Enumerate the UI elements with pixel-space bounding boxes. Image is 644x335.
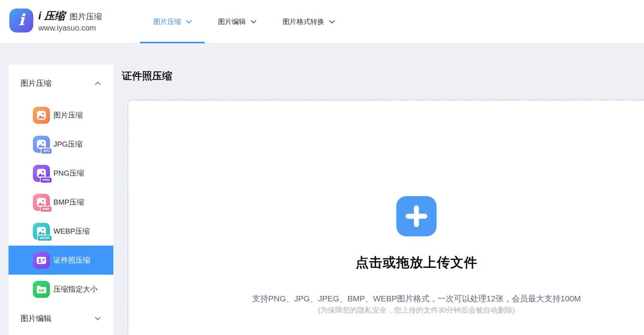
sidebar-section-image-edit[interactable]: 图片编辑	[21, 314, 101, 323]
png-badge: PNG	[40, 177, 52, 183]
sidebar-section-image-compress[interactable]: 图片压缩	[21, 79, 101, 88]
brand-text: i 压缩 图片压缩 www.iyasuo.com	[38, 9, 102, 32]
sidebar-item-label: WEBP压缩	[53, 226, 90, 236]
image-compress-icon	[33, 107, 50, 124]
nav-item-format-convert[interactable]: 图片格式转换	[269, 0, 348, 43]
upload-heading: 点击或拖放上传文件	[356, 254, 478, 271]
upload-privacy-note: (为保障您的隐私安全，您上传的文件30分钟后会被自动删除)	[318, 305, 515, 315]
nav-item-label: 图片压缩	[153, 17, 181, 26]
nav-item-image-compress[interactable]: 图片压缩	[140, 0, 205, 43]
id-photo-icon	[33, 252, 50, 269]
sidebar-item-label: PNG压缩	[53, 168, 84, 178]
section-label: 图片压缩	[21, 78, 51, 89]
chevron-down-icon	[329, 20, 335, 24]
sidebar-item-label: 图片压缩	[53, 110, 83, 120]
page-title: 证件照压缩	[122, 70, 172, 82]
sidebar: 图片压缩 图片压缩 JPG JPG压缩 PNG PNG压缩	[9, 65, 113, 335]
top-header: i i 压缩 图片压缩 www.iyasuo.com 图片压缩 图片编辑 图片格…	[0, 0, 644, 43]
sidebar-item-compress-to-size[interactable]: KB 压缩指定大小	[9, 275, 113, 304]
kb-folder-icon: KB	[33, 281, 50, 298]
jpg-compress-icon: JPG	[33, 136, 50, 153]
sidebar-item-image-compress[interactable]: 图片压缩	[9, 101, 113, 130]
sidebar-items: 图片压缩 JPG JPG压缩 PNG PNG压缩 BMP BMP压缩	[9, 101, 113, 304]
sidebar-item-webp-compress[interactable]: WEBP WEBP压缩	[9, 217, 113, 246]
jpg-badge: JPG	[41, 148, 52, 154]
logo-letter: i	[18, 12, 24, 27]
sidebar-item-label: 压缩指定大小	[53, 284, 98, 294]
sidebar-item-jpg-compress[interactable]: JPG JPG压缩	[9, 130, 113, 159]
svg-text:KB: KB	[39, 288, 44, 292]
sidebar-item-label: JPG压缩	[53, 139, 82, 149]
nav-item-label: 图片格式转换	[283, 17, 324, 26]
sidebar-item-png-compress[interactable]: PNG PNG压缩	[9, 159, 113, 188]
brand-name: i 压缩	[38, 9, 65, 23]
upload-dropzone[interactable]: 点击或拖放上传文件 支持PNG、JPG、JPEG、BMP、WEBP图片格式，一次…	[128, 100, 644, 335]
sidebar-item-label: BMP压缩	[53, 197, 84, 207]
nav-item-image-edit[interactable]: 图片编辑	[205, 0, 269, 43]
sidebar-item-bmp-compress[interactable]: BMP BMP压缩	[9, 188, 113, 217]
nav-item-label: 图片编辑	[218, 17, 246, 26]
section-label: 图片编辑	[21, 313, 51, 324]
chevron-up-icon	[95, 82, 101, 85]
bmp-compress-icon: BMP	[33, 194, 50, 211]
brand-url: www.iyasuo.com	[38, 24, 102, 32]
brand-tagline: 图片压缩	[70, 11, 102, 22]
brand-logo-icon[interactable]: i	[9, 9, 33, 32]
chevron-down-icon	[186, 20, 192, 24]
png-compress-icon: PNG	[33, 165, 50, 182]
chevron-down-icon	[95, 317, 101, 320]
webp-badge: WEBP	[37, 235, 52, 241]
bmp-badge: BMP	[40, 206, 52, 212]
chevron-down-icon	[251, 20, 256, 24]
brand[interactable]: i i 压缩 图片压缩 www.iyasuo.com	[9, 9, 102, 32]
sidebar-item-id-photo-compress[interactable]: 证件照压缩	[9, 246, 113, 275]
webp-compress-icon: WEBP	[33, 223, 50, 240]
main-nav: 图片压缩 图片编辑 图片格式转换	[140, 0, 348, 43]
upload-hint: 支持PNG、JPG、JPEG、BMP、WEBP图片格式，一次可以处理12张，会员…	[252, 293, 581, 304]
upload-plus-button[interactable]	[396, 196, 437, 236]
sidebar-item-label: 证件照压缩	[53, 255, 90, 265]
